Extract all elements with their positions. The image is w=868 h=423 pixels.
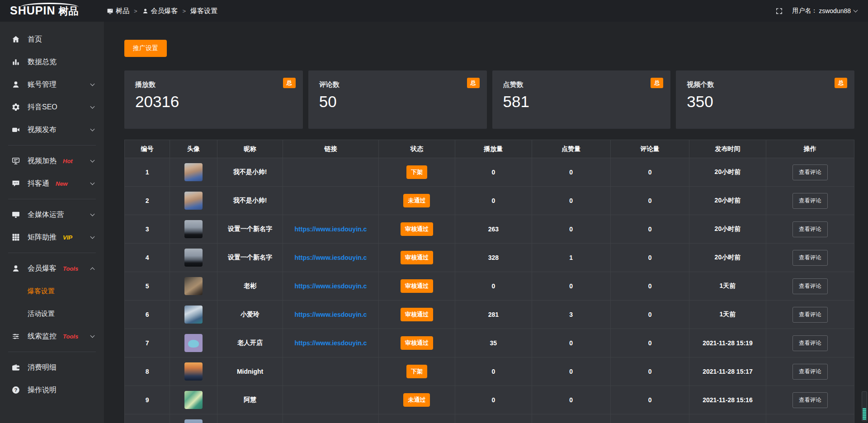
cell-plays	[455, 414, 532, 423]
view-comments-button[interactable]: 查看评论	[793, 364, 828, 380]
avatar	[184, 334, 203, 352]
sidebar-subitem[interactable]: 爆客设置	[0, 280, 104, 302]
chevron-down-icon	[90, 181, 95, 185]
sidebar-item-label: 数据总览	[28, 57, 57, 67]
cell-id: 8	[125, 357, 170, 386]
cell-avatar	[170, 244, 217, 272]
cell-likes: 0	[532, 386, 610, 414]
cell-comments: 0	[610, 272, 689, 301]
view-comments-button[interactable]: 查看评论	[793, 307, 828, 323]
user-icon	[142, 8, 149, 14]
cell-action: 查看评论	[766, 215, 854, 244]
cell-publish-time	[689, 414, 766, 423]
sidebar-item[interactable]: 抖客通New	[0, 172, 104, 195]
sidebar-item-badge: Tools	[63, 333, 78, 340]
sidebar-item[interactable]: ?操作说明	[0, 379, 104, 401]
sidebar-item[interactable]: 账号管理	[0, 73, 104, 96]
scrollbar-thumb[interactable]	[863, 408, 866, 420]
fullscreen-icon[interactable]	[775, 7, 783, 15]
sidebar-item-badge: Hot	[63, 158, 73, 164]
stat-card-label: 评论数	[319, 80, 476, 89]
video-link[interactable]: https://www.iesdouyin.c	[283, 339, 378, 347]
chevron-down-icon	[90, 212, 95, 216]
cell-status: 审核通过	[378, 329, 455, 357]
sidebar-item[interactable]: 视频发布	[0, 118, 104, 141]
cell-nickname: 设置一个新名字	[217, 244, 283, 272]
stat-card-label: 播放数	[135, 80, 292, 89]
video-link[interactable]: https://www.iesdouyin.c	[283, 311, 378, 318]
user-menu[interactable]: 用户名：zswodun88	[792, 7, 857, 15]
breadcrumb-item[interactable]: 树品	[107, 7, 129, 15]
stat-card-label: 点赞数	[503, 80, 660, 89]
chevron-down-icon	[90, 235, 95, 239]
sidebar-item[interactable]: 视频加热Hot	[0, 150, 104, 172]
cell-plays: 0	[455, 357, 532, 386]
cell-nickname: 小爱玲	[217, 301, 283, 329]
sidebar-item-badge: VIP	[63, 234, 72, 241]
view-comments-button[interactable]: 查看评论	[793, 250, 828, 266]
cell-plays: 263	[455, 215, 532, 244]
cell-action: 查看评论	[766, 272, 854, 301]
sidebar-subitem[interactable]: 活动设置	[0, 302, 104, 325]
status-badge: 下架	[406, 165, 427, 179]
page-scrollbar[interactable]	[862, 391, 867, 421]
view-comments-button[interactable]: 查看评论	[793, 164, 828, 180]
sidebar-item-label: 线索监控	[28, 332, 57, 341]
view-comments-button[interactable]: 查看评论	[793, 193, 828, 209]
gear-icon	[11, 103, 20, 112]
cell-likes: 1	[532, 244, 610, 272]
cell-publish-time: 2021-11-28 15:16	[689, 386, 766, 414]
breadcrumb-item[interactable]: 爆客设置	[190, 7, 217, 15]
cell-plays: 0	[455, 187, 532, 215]
view-comments-button[interactable]: 查看评论	[793, 335, 828, 351]
stat-card-value: 50	[319, 93, 476, 111]
sidebar-item[interactable]: 线索监控Tools	[0, 325, 104, 348]
status-badge: 未通过	[403, 194, 430, 207]
chevron-down-icon	[90, 82, 95, 86]
cell-nickname: 老人开店	[217, 329, 283, 357]
sidebar-divider	[8, 253, 96, 253]
sidebar-item[interactable]: 消费明细	[0, 356, 104, 379]
table-row: 5老彬https://www.iesdouyin.c审核通过0001天前查看评论	[125, 272, 854, 301]
sidebar-item[interactable]: 数据总览	[0, 51, 104, 73]
cell-comments	[610, 414, 689, 423]
view-comments-button[interactable]: 查看评论	[793, 392, 828, 408]
breadcrumb-item[interactable]: 会员爆客	[142, 7, 178, 15]
sidebar-item-label: 账号管理	[28, 80, 57, 89]
cell-link: https://www.iesdouyin.c	[283, 272, 378, 301]
sidebar-item[interactable]: 首页	[0, 28, 104, 51]
sidebar-item-label: 矩阵助推	[28, 233, 57, 242]
sidebar-item-label: 会员爆客	[28, 264, 57, 273]
promo-settings-button[interactable]: 推广设置	[124, 40, 167, 57]
sidebar-item-label: 视频加热	[28, 156, 57, 166]
chevron-down-icon	[90, 334, 95, 338]
stat-cards: 播放数总20316评论数总50点赞数总581视频个数总350	[124, 70, 854, 129]
heat-icon	[11, 156, 20, 165]
view-comments-button[interactable]: 查看评论	[793, 278, 828, 294]
status-badge: 审核通过	[401, 336, 433, 350]
view-comments-button[interactable]: 查看评论	[793, 221, 828, 237]
cell-publish-time: 1天前	[689, 272, 766, 301]
cell-nickname	[217, 414, 283, 423]
sidebar-item[interactable]: 会员爆客Tools	[0, 257, 104, 280]
chevron-up-icon	[90, 267, 95, 272]
cell-id: 2	[125, 187, 170, 215]
cell-link	[283, 357, 378, 386]
video-link[interactable]: https://www.iesdouyin.c	[283, 226, 378, 233]
cell-avatar	[170, 187, 217, 215]
wallet-icon	[11, 363, 20, 372]
breadcrumb-label: 会员爆客	[151, 7, 178, 15]
cell-avatar	[170, 158, 217, 187]
sidebar-item[interactable]: 矩阵助推VIP	[0, 226, 104, 249]
cell-status: 下架	[378, 158, 455, 187]
sidebar-item[interactable]: 全媒体运营	[0, 203, 104, 226]
sidebar-item-label: 抖音SEO	[28, 103, 57, 112]
stat-card: 视频个数总350	[676, 70, 854, 129]
cell-plays: 0	[455, 272, 532, 301]
video-link[interactable]: https://www.iesdouyin.c	[283, 282, 378, 290]
video-link[interactable]: https://www.iesdouyin.c	[283, 254, 378, 261]
column-header: 状态	[378, 140, 455, 158]
chevron-down-icon	[854, 8, 858, 12]
sidebar-item[interactable]: 抖音SEO	[0, 96, 104, 118]
cell-link	[283, 158, 378, 187]
